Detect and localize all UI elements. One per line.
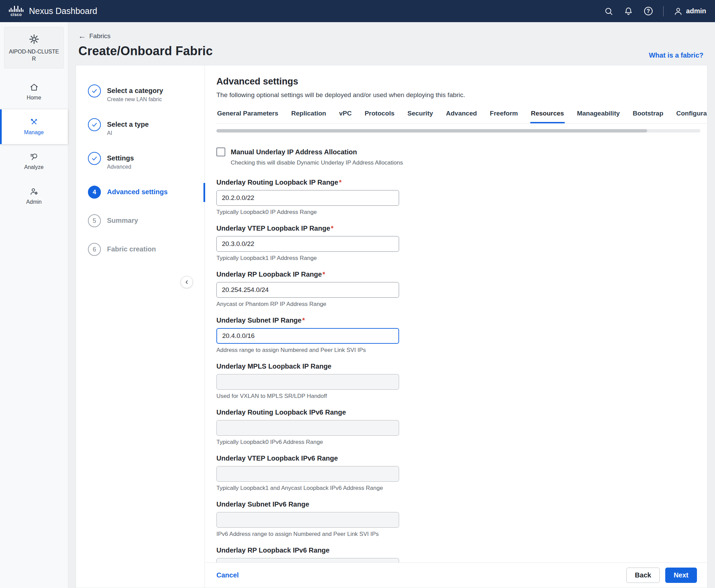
check-icon xyxy=(91,155,98,162)
field-input[interactable] xyxy=(216,190,399,206)
sidebar-item-manage[interactable]: Manage xyxy=(0,109,68,144)
field-underlay-subnet-ip-range: Underlay Subnet IP Range* Address range … xyxy=(216,316,707,354)
tab-replication[interactable]: Replication xyxy=(291,108,327,123)
field-helper: Address range to assign Numbered and Pee… xyxy=(216,347,707,354)
step-indicator: 6 xyxy=(88,243,101,256)
step-sublabel: Create new LAN fabric xyxy=(107,96,163,103)
step-label: Fabric creation xyxy=(107,243,156,253)
check-icon xyxy=(91,88,98,94)
field-underlay-routing-loopback-ip-range: Underlay Routing Loopback IP Range* Typi… xyxy=(216,179,707,216)
breadcrumb[interactable]: ← Fabrics xyxy=(78,32,110,40)
tab-protocols[interactable]: Protocols xyxy=(364,108,395,123)
field-helper: Used for VXLAN to MPLS SR/LDP Handoff xyxy=(216,393,707,400)
field-underlay-vtep-loopback-ipv6-range: Underlay VTEP Loopback IPv6 Range* Typic… xyxy=(216,454,707,492)
tab-manageability[interactable]: Manageability xyxy=(576,108,621,123)
user-menu[interactable]: admin xyxy=(674,7,706,16)
tab-label: Manageability xyxy=(577,110,620,117)
wizard-step-fabric-creation[interactable]: 6 Fabric creation xyxy=(88,243,204,256)
field-input[interactable] xyxy=(216,512,399,528)
help-icon[interactable]: ? xyxy=(643,6,653,16)
step-label: Select a category xyxy=(107,84,163,95)
username: admin xyxy=(686,7,706,15)
tab-advanced[interactable]: Advanced xyxy=(445,108,478,123)
wizard-steps: 1 Select a category Create new LAN fabri… xyxy=(76,65,205,588)
field-label: Underlay VTEP Loopback IP Range xyxy=(216,225,330,232)
field-helper: Typically Loopback1 and Anycast Loopback… xyxy=(216,485,707,492)
field-label: Underlay VTEP Loopback IPv6 Range xyxy=(216,454,338,462)
tab-label: Resources xyxy=(531,110,564,117)
step-indicator: 3 xyxy=(88,152,101,165)
tools-icon xyxy=(30,118,39,126)
tab-configuration-backup[interactable]: Configuration Backup xyxy=(675,108,707,123)
back-button[interactable]: Back xyxy=(626,568,660,583)
breadcrumb-label: Fabrics xyxy=(89,32,110,40)
wizard-step-settings[interactable]: 3 Settings Advanced xyxy=(88,152,204,170)
field-underlay-routing-loopback-ipv6-range: Underlay Routing Loopback IPv6 Range* Ty… xyxy=(216,408,707,446)
sidebar-item-home[interactable]: Home xyxy=(0,75,68,109)
wizard-step-select-a-category[interactable]: 1 Select a category Create new LAN fabri… xyxy=(88,84,204,103)
admin-icon xyxy=(30,187,39,196)
field-label: Underlay Routing Loopback IP Range xyxy=(216,179,338,186)
tab-label: vPC xyxy=(339,110,352,117)
step-sublabel: Advanced xyxy=(107,164,134,170)
tabs-scrollbar-thumb[interactable] xyxy=(216,129,647,133)
tab-label: Freeform xyxy=(490,110,518,117)
sidebar-item-label: Analyze xyxy=(24,164,44,170)
sidebar-item-label: Admin xyxy=(26,199,42,205)
tab-freeform[interactable]: Freeform xyxy=(489,108,518,123)
step-label: Select a type xyxy=(107,118,149,128)
field-helper: Anycast or Phantom RP IP Address Range xyxy=(216,301,707,308)
tab-label: Bootstrap xyxy=(633,110,664,117)
page-header: ← Fabrics Create/Onboard Fabric What is … xyxy=(76,22,708,65)
tab-vpc[interactable]: vPC xyxy=(338,108,352,123)
step-indicator: 4 xyxy=(88,186,101,199)
step-indicator: 1 xyxy=(88,84,101,97)
sidebar-item-label: Home xyxy=(27,95,41,101)
cancel-button[interactable]: Cancel xyxy=(216,571,239,579)
back-arrow-icon: ← xyxy=(78,32,86,40)
wizard-step-summary[interactable]: 5 Summary xyxy=(88,214,204,227)
sidebar-item-admin[interactable]: Admin xyxy=(0,179,68,214)
field-label: Underlay RP Loopback IP Range xyxy=(216,270,322,278)
app-title: Nexus Dashboard xyxy=(29,6,97,17)
step-label: Summary xyxy=(107,214,138,225)
field-input[interactable] xyxy=(216,282,399,298)
checkbox-helper: Checking this will disable Dynamic Under… xyxy=(231,159,707,166)
field-input[interactable] xyxy=(216,420,399,436)
sidebar-item-label: Manage xyxy=(24,129,44,136)
required-asterisk: * xyxy=(302,316,305,324)
step-indicator: 2 xyxy=(88,118,101,131)
wizard-card: 1 Select a category Create new LAN fabri… xyxy=(76,65,708,588)
next-button[interactable]: Next xyxy=(665,568,697,583)
tab-label: Security xyxy=(408,110,433,117)
bell-icon[interactable] xyxy=(624,6,633,16)
cluster-selector[interactable]: AIPOD-ND-CLUSTER xyxy=(4,27,64,68)
field-input[interactable] xyxy=(216,466,399,482)
field-underlay-vtep-loopback-ip-range: Underlay VTEP Loopback IP Range* Typical… xyxy=(216,225,707,262)
field-label: Underlay MPLS Loopback IP Range xyxy=(216,362,331,370)
tab-label: Advanced xyxy=(446,110,477,117)
wizard-step-advanced-settings[interactable]: 4 Advanced settings xyxy=(88,186,204,199)
wizard-step-select-a-type[interactable]: 2 Select a type AI xyxy=(88,118,204,136)
field-underlay-rp-loopback-ip-range: Underlay RP Loopback IP Range* Anycast o… xyxy=(216,270,707,308)
field-input[interactable] xyxy=(216,236,399,252)
field-label: Underlay Subnet IPv6 Range xyxy=(216,500,309,508)
tab-security[interactable]: Security xyxy=(407,108,434,123)
topbar: cisco Nexus Dashboard ? admin xyxy=(0,0,715,22)
manual-underlay-checkbox[interactable] xyxy=(216,148,225,156)
what-is-fabric-link[interactable]: What is a fabric? xyxy=(649,51,703,59)
tab-bootstrap[interactable]: Bootstrap xyxy=(632,108,664,123)
sidebar: AIPOD-ND-CLUSTER Home Manage Analyze xyxy=(0,22,68,588)
search-icon[interactable] xyxy=(604,6,613,16)
collapse-steps-button[interactable]: ‹ xyxy=(181,276,193,288)
form-subtitle: The following optional settings will be … xyxy=(216,91,707,99)
step-indicator: 5 xyxy=(88,214,101,227)
field-input[interactable] xyxy=(216,374,399,390)
wizard-footer: Cancel Back Next xyxy=(205,562,707,588)
sidebar-item-analyze[interactable]: Analyze xyxy=(0,144,68,179)
tabs-scrollbar xyxy=(216,129,700,133)
page-title: Create/Onboard Fabric xyxy=(78,44,705,58)
field-input[interactable] xyxy=(216,328,399,344)
tab-resources[interactable]: Resources xyxy=(530,108,565,123)
tab-general-parameters[interactable]: General Parameters xyxy=(216,108,279,123)
